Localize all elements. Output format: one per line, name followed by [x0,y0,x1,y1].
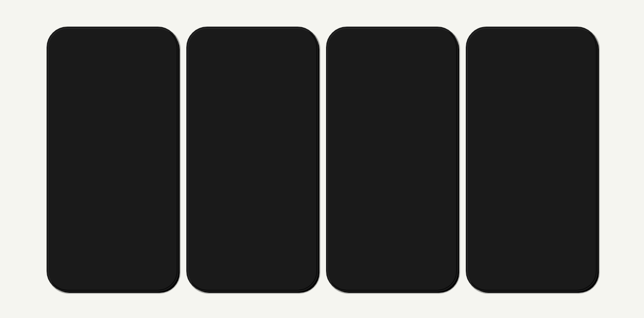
p4-tx-amount: $30.20 [570,215,586,221]
balance-section: $938.03 balance [62,61,163,82]
tracker-freq: Every Month [219,197,245,202]
transaction-item[interactable]: ♡ Amazon books May 10 $20.00 [62,222,163,243]
tracker-freq: Every Week [219,126,244,131]
tracker-amount: $13 [294,72,304,78]
tracker-info: Auto & Transport $60 Every Week of $100 [219,167,304,183]
tx-info: Walmart May 11 [81,206,141,218]
tracker-bar-bg [219,134,304,135]
p4-tx-icon: ⟳ [477,191,490,204]
tracker-info: Shopping $40 Every Week of $50 [219,119,304,135]
balance-label: balance [62,77,163,82]
tracker-item[interactable]: 🛍 Shopping $40 Every Week of $50 [201,116,304,139]
tx-info: Postmates Today · Pending [81,143,141,155]
autosave-card-name: AutoSave [505,143,565,150]
trackers-list: 🍴 Dining & Drinks $13 Every Week of $100… [201,68,304,211]
trackers-subtitle: All trackers [201,56,304,61]
cash-circle-area: $250 ✓ Advanced [340,58,444,135]
transactions-title: Transactions [62,127,163,134]
p4-tx-item[interactable]: ⟳ AutoSave Jun 27 $16.00 [477,187,586,208]
phone-3-screen: Cash Advance $250 ✓ Advanced How did I g… [332,32,452,286]
p4-tx-amount: $2.06 [573,235,586,241]
more-label: More [139,112,151,117]
cash-amount: $250 [372,79,412,99]
detail-label: Repayment date [340,188,379,194]
autosave-card: ⟳ AutoSave +$40 / week Edit [477,136,586,162]
p4-tx-amount: $16.00 [570,194,586,200]
tx-date: Today · Pending [81,150,141,155]
tracker-item[interactable]: 📋 Bills & Utilities $55 Every Month of $… [201,139,304,163]
p4-tx-item[interactable]: ⟳ AutoSave Jun 23 $30.20 [477,208,586,228]
card-icon: ▬ [103,90,122,109]
p4-tx-name: AutoSave [494,171,567,177]
tracker-bar-fill [219,86,230,88]
tracker-of: of $100 [288,150,304,155]
tracker-item[interactable]: 🚗 Auto & Transport $60 Every Week of $10… [201,163,304,187]
tx-name: Amazon books [81,227,141,233]
tracker-bar-bg [219,205,304,207]
tx-amount: $26.50 [146,167,163,173]
tab-autosave[interactable]: AutoSave [122,41,161,52]
tracker-info: Dining & Drinks $13 Every Week of $100 [219,72,304,88]
tx-date: May 10 [81,233,141,239]
tracker-amount: $75 [294,191,304,197]
autosave-card-sub: +$40 / week [505,150,565,155]
tx-info: Amazon books May 10 [81,227,141,239]
transaction-item[interactable]: ⚡ Duke Energy May 13 $122.86 [62,181,163,202]
p4-tx-icon: ⟳ [477,231,490,245]
tracker-amount: $55 [294,143,304,150]
more-action[interactable]: ··· More [135,90,154,117]
tracker-of: of $100 [288,78,304,84]
bolt-icon: ⚡ [437,175,444,181]
transfer-action[interactable]: ⇄ Transfer [70,90,90,117]
p4-tx-item[interactable]: ⟳ AutoSave $2.06 [477,228,586,249]
p4-transfer-action[interactable]: ⇄ Transfer [506,105,525,131]
tracker-name: Shopping [219,119,245,126]
p4-tx-info: AutoSave [494,235,569,241]
tracker-bar-fill [219,157,266,159]
p4-tx-date: Jun 27 [494,197,567,202]
tx-info: Walmart Yesterday · Pending [81,164,141,176]
phone-4: » AutoSave $2,123.50 balance ⇄ Transfer … [468,29,596,290]
tracker-name: Auto & Transport [219,167,265,173]
p4-tx-item[interactable]: ⟳ AutoSave Jun 28 $12.60 [477,167,586,187]
cash-circle: $250 ✓ Advanced [354,58,430,135]
p4-more-action[interactable]: ··· More [540,105,557,131]
tracker-bar-fill [219,181,270,183]
edit-button[interactable]: Edit [570,146,580,152]
detail-value: $250.00 [425,201,444,207]
p4-header: » AutoSave $2,123.50 balance [471,32,592,99]
how-link[interactable]: How did I get this amount? [340,141,444,147]
tx-date: May 11 [81,212,141,218]
transaction-item[interactable]: 🛒 Walmart Yesterday · Pending $26.50 [62,160,163,181]
close-button[interactable]: ✕ [62,40,75,53]
advanced-badge: ✓ Advanced [368,102,415,114]
p4-tx-info: AutoSave Jun 23 [494,212,567,223]
transaction-item[interactable]: 🍴 Postmates Today · Pending $18.02 [62,139,163,160]
tab-checking[interactable]: Checking [79,41,118,52]
tx-name: Postmates [81,143,141,150]
transaction-item[interactable]: 🛒 Walmart May 11 $18.20 [62,202,163,222]
detail-value: Instant ⚡ [418,175,443,181]
card-label: Card [107,112,118,117]
phone-2-screen: Trackers All trackers 🍴 Dining & Drinks … [192,32,313,286]
tracker-item[interactable]: 🍴 Dining & Drinks $13 Every Week of $100 [201,68,304,92]
tracker-freq: Every Week [219,78,244,84]
tx-name: Walmart [81,206,141,212]
cash-advance-title: Cash Advance [340,42,444,52]
tx-icon: ♡ [62,226,76,240]
tracker-bar-fill [219,205,283,207]
detail-row: Repayment date Fri, Aug 14 [340,185,444,198]
tracker-amount: $60 [294,167,304,173]
card-action[interactable]: ▬ Card [103,90,122,117]
check-icon: ✓ [375,105,380,111]
tracker-item[interactable]: ♥ Donations $75 Every Month of $100 [201,187,304,211]
phone-1-screen: ✕ Checking AutoSave $938.03 balance ⇄ Tr… [52,32,173,286]
tx-date: May 13 [81,192,138,197]
p4-tx-icon: ⟳ [477,170,490,183]
tracker-bar-bg [219,110,304,112]
phone-1: ✕ Checking AutoSave $938.03 balance ⇄ Tr… [48,29,177,290]
detail-value: Fri, Aug 14 [417,188,443,194]
chevron-right-icon: » [529,48,534,58]
tracker-item[interactable]: 🚗 Uber $10 Every Month of $100 [201,92,304,116]
action-buttons: ⇄ Transfer ▬ Card ··· More [62,90,163,117]
